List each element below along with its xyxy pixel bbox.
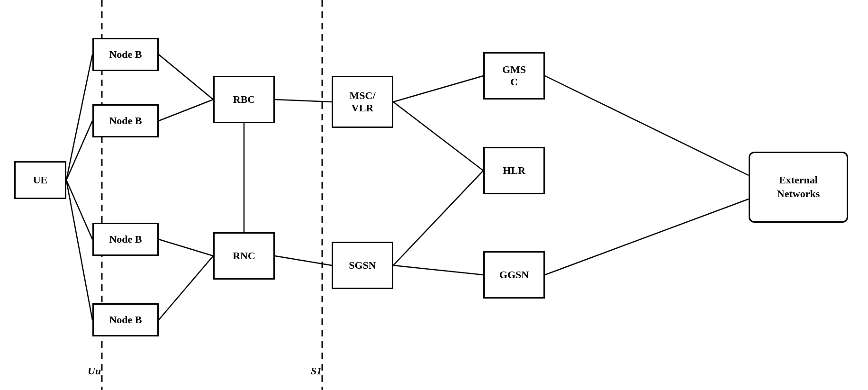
hlr-node: HLR <box>483 147 545 194</box>
ggsn-node: GGSN <box>483 251 545 299</box>
mscvlr-node: MSC/VLR <box>332 76 393 128</box>
svg-line-4 <box>66 180 92 239</box>
rnc-node: RNC <box>213 232 275 280</box>
svg-line-8 <box>159 239 213 256</box>
nodeb3-node: Node B <box>92 223 159 256</box>
nodeb2-node: Node B <box>92 104 159 137</box>
svg-line-14 <box>393 102 483 171</box>
svg-line-10 <box>275 100 332 102</box>
sgsn-node: SGSN <box>332 242 393 289</box>
svg-line-7 <box>159 100 213 121</box>
external-networks-node: ExternalNetworks <box>749 152 848 223</box>
nodeb1-node: Node B <box>92 38 159 71</box>
gmsc-node: GMSC <box>483 52 545 100</box>
svg-line-18 <box>545 199 749 275</box>
rbc-node: RBC <box>213 76 275 123</box>
svg-line-3 <box>66 121 92 180</box>
svg-line-11 <box>275 256 332 265</box>
uu-label: Uu <box>88 365 101 377</box>
svg-line-2 <box>66 54 92 180</box>
s1-label: S1 <box>311 365 322 377</box>
nodeb4-node: Node B <box>92 303 159 336</box>
ue-node: UE <box>14 161 66 199</box>
network-diagram: UE Node B Node B Node B Node B RBC RNC M… <box>0 0 868 390</box>
svg-line-15 <box>393 171 483 265</box>
svg-line-17 <box>545 76 749 175</box>
svg-line-9 <box>159 256 213 320</box>
svg-line-6 <box>159 54 213 100</box>
svg-line-5 <box>66 180 92 320</box>
svg-line-13 <box>393 76 483 102</box>
svg-line-16 <box>393 265 483 275</box>
